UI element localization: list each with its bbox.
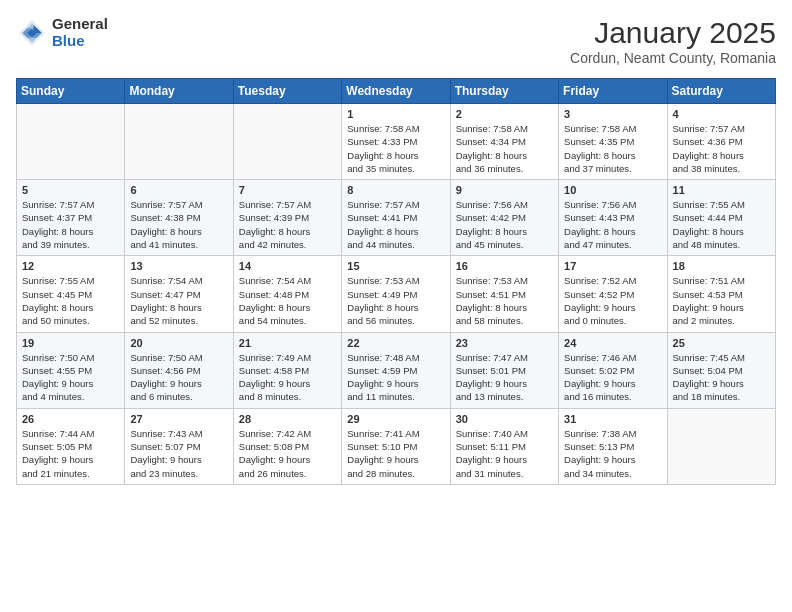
day-info: Sunrise: 7:44 AMSunset: 5:05 PMDaylight:… [22, 427, 119, 480]
title-block: January 2025 Cordun, Neamt County, Roman… [570, 16, 776, 66]
calendar-day-cell: 4Sunrise: 7:57 AMSunset: 4:36 PMDaylight… [667, 104, 775, 180]
page-header: General Blue January 2025 Cordun, Neamt … [16, 16, 776, 66]
day-info: Sunrise: 7:52 AMSunset: 4:52 PMDaylight:… [564, 274, 661, 327]
day-info: Sunrise: 7:57 AMSunset: 4:38 PMDaylight:… [130, 198, 227, 251]
logo-blue-text: Blue [52, 33, 108, 50]
day-number: 24 [564, 337, 661, 349]
calendar-week-row: 19Sunrise: 7:50 AMSunset: 4:55 PMDayligh… [17, 332, 776, 408]
day-info: Sunrise: 7:54 AMSunset: 4:47 PMDaylight:… [130, 274, 227, 327]
calendar-day-cell: 26Sunrise: 7:44 AMSunset: 5:05 PMDayligh… [17, 408, 125, 484]
calendar-day-cell [125, 104, 233, 180]
day-number: 3 [564, 108, 661, 120]
day-number: 29 [347, 413, 444, 425]
day-info: Sunrise: 7:57 AMSunset: 4:36 PMDaylight:… [673, 122, 770, 175]
day-number: 1 [347, 108, 444, 120]
calendar-day-cell: 21Sunrise: 7:49 AMSunset: 4:58 PMDayligh… [233, 332, 341, 408]
day-info: Sunrise: 7:56 AMSunset: 4:43 PMDaylight:… [564, 198, 661, 251]
day-info: Sunrise: 7:42 AMSunset: 5:08 PMDaylight:… [239, 427, 336, 480]
day-info: Sunrise: 7:50 AMSunset: 4:56 PMDaylight:… [130, 351, 227, 404]
day-number: 9 [456, 184, 553, 196]
day-number: 16 [456, 260, 553, 272]
day-info: Sunrise: 7:40 AMSunset: 5:11 PMDaylight:… [456, 427, 553, 480]
day-info: Sunrise: 7:48 AMSunset: 4:59 PMDaylight:… [347, 351, 444, 404]
day-info: Sunrise: 7:46 AMSunset: 5:02 PMDaylight:… [564, 351, 661, 404]
calendar-day-cell: 6Sunrise: 7:57 AMSunset: 4:38 PMDaylight… [125, 180, 233, 256]
day-info: Sunrise: 7:56 AMSunset: 4:42 PMDaylight:… [456, 198, 553, 251]
day-info: Sunrise: 7:58 AMSunset: 4:34 PMDaylight:… [456, 122, 553, 175]
day-info: Sunrise: 7:45 AMSunset: 5:04 PMDaylight:… [673, 351, 770, 404]
calendar-day-cell: 9Sunrise: 7:56 AMSunset: 4:42 PMDaylight… [450, 180, 558, 256]
location-title: Cordun, Neamt County, Romania [570, 50, 776, 66]
day-info: Sunrise: 7:43 AMSunset: 5:07 PMDaylight:… [130, 427, 227, 480]
day-number: 25 [673, 337, 770, 349]
calendar-day-cell [233, 104, 341, 180]
calendar-day-cell: 20Sunrise: 7:50 AMSunset: 4:56 PMDayligh… [125, 332, 233, 408]
calendar-day-cell: 22Sunrise: 7:48 AMSunset: 4:59 PMDayligh… [342, 332, 450, 408]
calendar-header-row: SundayMondayTuesdayWednesdayThursdayFrid… [17, 79, 776, 104]
day-info: Sunrise: 7:57 AMSunset: 4:41 PMDaylight:… [347, 198, 444, 251]
calendar-day-header: Friday [559, 79, 667, 104]
day-number: 4 [673, 108, 770, 120]
calendar-day-cell: 5Sunrise: 7:57 AMSunset: 4:37 PMDaylight… [17, 180, 125, 256]
day-info: Sunrise: 7:57 AMSunset: 4:37 PMDaylight:… [22, 198, 119, 251]
day-number: 18 [673, 260, 770, 272]
calendar-day-cell: 23Sunrise: 7:47 AMSunset: 5:01 PMDayligh… [450, 332, 558, 408]
calendar-day-header: Thursday [450, 79, 558, 104]
calendar-day-cell: 11Sunrise: 7:55 AMSunset: 4:44 PMDayligh… [667, 180, 775, 256]
day-number: 27 [130, 413, 227, 425]
month-title: January 2025 [570, 16, 776, 50]
day-number: 28 [239, 413, 336, 425]
calendar-day-cell: 24Sunrise: 7:46 AMSunset: 5:02 PMDayligh… [559, 332, 667, 408]
calendar-day-cell: 12Sunrise: 7:55 AMSunset: 4:45 PMDayligh… [17, 256, 125, 332]
day-number: 31 [564, 413, 661, 425]
day-number: 13 [130, 260, 227, 272]
day-number: 20 [130, 337, 227, 349]
day-info: Sunrise: 7:55 AMSunset: 4:45 PMDaylight:… [22, 274, 119, 327]
calendar-day-cell: 14Sunrise: 7:54 AMSunset: 4:48 PMDayligh… [233, 256, 341, 332]
calendar-day-cell: 3Sunrise: 7:58 AMSunset: 4:35 PMDaylight… [559, 104, 667, 180]
day-number: 17 [564, 260, 661, 272]
calendar-week-row: 1Sunrise: 7:58 AMSunset: 4:33 PMDaylight… [17, 104, 776, 180]
logo-icon [16, 17, 48, 49]
calendar-day-cell: 8Sunrise: 7:57 AMSunset: 4:41 PMDaylight… [342, 180, 450, 256]
calendar-day-cell: 7Sunrise: 7:57 AMSunset: 4:39 PMDaylight… [233, 180, 341, 256]
calendar-day-cell: 18Sunrise: 7:51 AMSunset: 4:53 PMDayligh… [667, 256, 775, 332]
logo-text: General Blue [52, 16, 108, 49]
calendar-day-cell: 1Sunrise: 7:58 AMSunset: 4:33 PMDaylight… [342, 104, 450, 180]
calendar-table: SundayMondayTuesdayWednesdayThursdayFrid… [16, 78, 776, 485]
logo-general-text: General [52, 16, 108, 33]
day-info: Sunrise: 7:38 AMSunset: 5:13 PMDaylight:… [564, 427, 661, 480]
calendar-day-cell [17, 104, 125, 180]
calendar-day-cell: 17Sunrise: 7:52 AMSunset: 4:52 PMDayligh… [559, 256, 667, 332]
day-info: Sunrise: 7:55 AMSunset: 4:44 PMDaylight:… [673, 198, 770, 251]
day-info: Sunrise: 7:58 AMSunset: 4:33 PMDaylight:… [347, 122, 444, 175]
day-info: Sunrise: 7:49 AMSunset: 4:58 PMDaylight:… [239, 351, 336, 404]
calendar-day-header: Tuesday [233, 79, 341, 104]
calendar-day-cell: 15Sunrise: 7:53 AMSunset: 4:49 PMDayligh… [342, 256, 450, 332]
calendar-day-cell: 13Sunrise: 7:54 AMSunset: 4:47 PMDayligh… [125, 256, 233, 332]
calendar-day-cell: 2Sunrise: 7:58 AMSunset: 4:34 PMDaylight… [450, 104, 558, 180]
day-info: Sunrise: 7:51 AMSunset: 4:53 PMDaylight:… [673, 274, 770, 327]
calendar-day-cell: 31Sunrise: 7:38 AMSunset: 5:13 PMDayligh… [559, 408, 667, 484]
day-info: Sunrise: 7:58 AMSunset: 4:35 PMDaylight:… [564, 122, 661, 175]
day-number: 19 [22, 337, 119, 349]
day-number: 15 [347, 260, 444, 272]
calendar-day-cell: 10Sunrise: 7:56 AMSunset: 4:43 PMDayligh… [559, 180, 667, 256]
day-number: 26 [22, 413, 119, 425]
day-number: 6 [130, 184, 227, 196]
day-number: 8 [347, 184, 444, 196]
day-info: Sunrise: 7:57 AMSunset: 4:39 PMDaylight:… [239, 198, 336, 251]
calendar-day-cell: 16Sunrise: 7:53 AMSunset: 4:51 PMDayligh… [450, 256, 558, 332]
day-number: 22 [347, 337, 444, 349]
day-info: Sunrise: 7:41 AMSunset: 5:10 PMDaylight:… [347, 427, 444, 480]
logo: General Blue [16, 16, 108, 49]
calendar-day-cell: 29Sunrise: 7:41 AMSunset: 5:10 PMDayligh… [342, 408, 450, 484]
day-info: Sunrise: 7:54 AMSunset: 4:48 PMDaylight:… [239, 274, 336, 327]
calendar-week-row: 26Sunrise: 7:44 AMSunset: 5:05 PMDayligh… [17, 408, 776, 484]
calendar-day-cell [667, 408, 775, 484]
calendar-day-cell: 30Sunrise: 7:40 AMSunset: 5:11 PMDayligh… [450, 408, 558, 484]
day-number: 23 [456, 337, 553, 349]
calendar-day-cell: 25Sunrise: 7:45 AMSunset: 5:04 PMDayligh… [667, 332, 775, 408]
day-info: Sunrise: 7:47 AMSunset: 5:01 PMDaylight:… [456, 351, 553, 404]
calendar-day-cell: 27Sunrise: 7:43 AMSunset: 5:07 PMDayligh… [125, 408, 233, 484]
